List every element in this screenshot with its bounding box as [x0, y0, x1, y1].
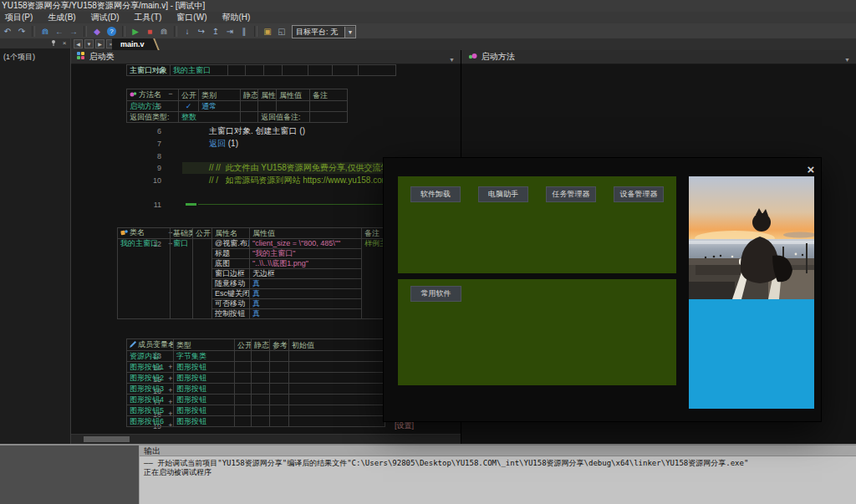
cell-empty[interactable]: [283, 65, 308, 76]
run-to-cursor-icon[interactable]: ⇥: [224, 26, 236, 37]
find-icon[interactable]: ⋒: [39, 26, 51, 37]
member-type-cell[interactable]: 图形按钮: [174, 405, 235, 416]
cell-empty[interactable]: [310, 101, 348, 112]
cell-empty[interactable]: [235, 384, 252, 395]
cell-empty[interactable]: [252, 395, 270, 405]
cell-empty[interactable]: [241, 112, 258, 123]
cell-empty[interactable]: [235, 416, 252, 427]
common-software-button[interactable]: 常用软件: [410, 286, 461, 302]
property-value-cell[interactable]: 真: [250, 299, 362, 309]
cell-empty[interactable]: [289, 405, 385, 416]
cell-empty[interactable]: [252, 384, 270, 395]
property-value-cell[interactable]: 真: [250, 279, 362, 289]
property-name-cell[interactable]: 标题: [212, 249, 250, 259]
cell-empty[interactable]: [270, 405, 289, 416]
cell-empty[interactable]: [252, 351, 270, 362]
cell-empty[interactable]: [235, 405, 252, 416]
cell-empty[interactable]: [289, 384, 385, 395]
cell-empty[interactable]: [235, 351, 252, 362]
cell-empty[interactable]: [289, 373, 385, 384]
cell-empty[interactable]: [258, 101, 277, 112]
cell-empty[interactable]: [333, 65, 359, 76]
property-name-cell[interactable]: 底图: [212, 259, 250, 269]
cell-empty[interactable]: [252, 405, 270, 416]
tab-scroll-left-icon[interactable]: ◀: [74, 39, 83, 48]
property-value-cell[interactable]: "client_size = \"800, 485\"": [250, 239, 362, 249]
cell-empty[interactable]: [359, 65, 396, 76]
property-name-cell[interactable]: Esc键关闭: [212, 289, 250, 299]
code-line[interactable]: 返回 (1): [182, 138, 529, 150]
cell-empty[interactable]: [310, 112, 348, 123]
cell-empty[interactable]: [270, 384, 289, 395]
chevron-down-icon[interactable]: ▼: [844, 53, 850, 67]
cell-empty[interactable]: [308, 65, 333, 76]
scrollbar-thumb[interactable]: [84, 436, 130, 442]
menu-item[interactable]: 工具(T): [133, 12, 164, 23]
nav-forward-icon[interactable]: →: [68, 26, 79, 37]
cell-empty[interactable]: [235, 362, 252, 373]
tab-main-v[interactable]: main.v: [112, 38, 151, 50]
cell-empty[interactable]: [289, 395, 385, 405]
member-name-cell[interactable]: 图形按钮1: [127, 362, 174, 373]
popup-tool-button[interactable]: 软件卸载: [410, 186, 461, 202]
undo-icon[interactable]: ↶: [2, 26, 13, 37]
cell-empty[interactable]: [228, 65, 246, 76]
cell-empty[interactable]: [252, 416, 270, 427]
build-icon[interactable]: ▣: [262, 26, 273, 37]
code-line[interactable]: 主窗口对象. 创建主窗口 (): [182, 125, 529, 137]
horizontal-scrollbar[interactable]: [71, 434, 461, 444]
member-name-cell[interactable]: 图形按钮4: [127, 395, 174, 405]
close-icon[interactable]: ×: [60, 39, 69, 48]
member-type-cell[interactable]: 图形按钮: [174, 373, 235, 384]
left-pane-header[interactable]: 启动类 ▼: [71, 50, 461, 64]
cell-empty[interactable]: [270, 362, 289, 373]
library-icon[interactable]: ◆: [91, 26, 103, 37]
cell-empty[interactable]: [264, 65, 283, 76]
member-type-cell[interactable]: 图形按钮: [174, 395, 235, 405]
cell-empty[interactable]: [289, 416, 385, 427]
right-pane-header[interactable]: 启动方法 ▼: [461, 50, 856, 64]
cell-empty[interactable]: [270, 351, 289, 362]
stop-icon[interactable]: ■: [144, 26, 155, 37]
app-close-icon[interactable]: ×: [803, 163, 818, 176]
menu-item[interactable]: 调试(D): [89, 12, 121, 23]
member-name-cell[interactable]: 图形按钮3: [127, 384, 174, 395]
menu-item[interactable]: 帮助(H): [220, 12, 252, 23]
property-value-cell[interactable]: "我的主窗口": [250, 249, 362, 259]
cell-empty[interactable]: [277, 101, 310, 112]
property-name-cell[interactable]: @视窗.布局: [212, 239, 250, 249]
popup-tool-button[interactable]: 设备管理器: [614, 186, 664, 202]
property-value-cell[interactable]: "..\\..\\底图1.png": [250, 259, 362, 269]
return-type-value[interactable]: 整数: [179, 112, 241, 123]
cell-empty[interactable]: [235, 373, 252, 384]
cell-empty[interactable]: [270, 395, 289, 405]
menu-item[interactable]: 窗口(W): [175, 12, 208, 23]
step-out-icon[interactable]: ↥: [210, 26, 222, 37]
property-name-cell[interactable]: 可否移动: [212, 299, 250, 309]
cell-empty[interactable]: [193, 239, 212, 319]
property-value-cell[interactable]: 真: [250, 289, 362, 299]
cell-empty[interactable]: [241, 101, 258, 112]
property-name-cell[interactable]: 窗口边框: [212, 269, 250, 279]
property-name-cell[interactable]: 控制按钮: [212, 309, 250, 319]
method-name-cell[interactable]: 启动方法: [127, 101, 179, 112]
cell-property-value[interactable]: 我的主窗口: [171, 65, 228, 76]
member-type-cell[interactable]: 图形按钮: [174, 384, 235, 395]
property-value-cell[interactable]: 无边框: [250, 269, 362, 279]
nav-back-icon[interactable]: ←: [54, 26, 65, 37]
member-name-cell[interactable]: 图形按钮6: [127, 416, 174, 427]
popup-tool-button[interactable]: 电脑助手: [478, 186, 528, 202]
property-name-cell[interactable]: 随意移动: [212, 279, 250, 289]
cell-empty[interactable]: [270, 416, 289, 427]
attach-process-icon[interactable]: ⋒: [158, 26, 170, 37]
pin-icon[interactable]: [49, 39, 58, 48]
tab-list-icon[interactable]: ▼: [84, 39, 94, 48]
cell-empty[interactable]: [270, 373, 289, 384]
step-over-icon[interactable]: ↪: [196, 26, 207, 37]
member-type-cell[interactable]: 图形按钮: [174, 362, 235, 373]
member-name-cell[interactable]: 图形按钮2: [127, 373, 174, 384]
help-icon[interactable]: ?: [107, 27, 116, 36]
tab-scroll-right-icon[interactable]: ▶: [95, 39, 104, 48]
property-value-cell[interactable]: 真: [250, 309, 362, 319]
member-name-cell[interactable]: 资源内容: [127, 351, 174, 362]
